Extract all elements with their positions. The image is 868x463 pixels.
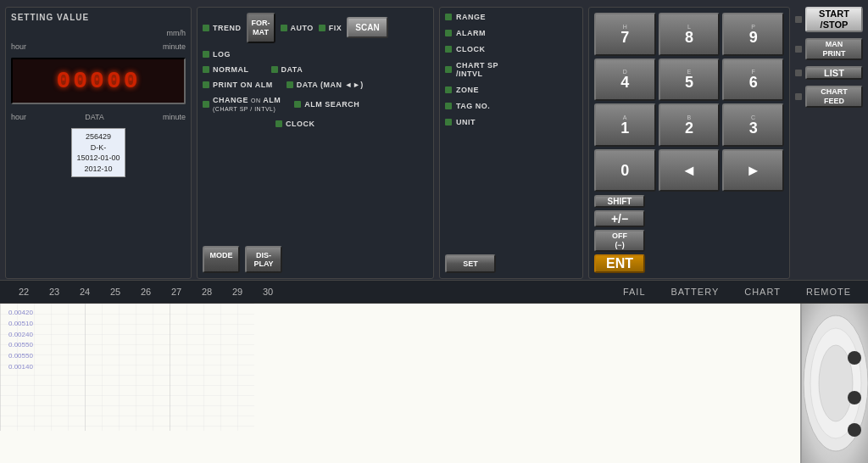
change-alm-led (203, 101, 209, 108)
bottom-minute: minute (163, 113, 186, 121)
chart-sp-label: CHART SP/INTVL (456, 61, 498, 78)
key-2[interactable]: B 2 (659, 103, 721, 147)
key-9[interactable]: P 9 (722, 13, 784, 56)
key-1[interactable]: A 1 (594, 103, 656, 147)
start-led (795, 16, 802, 23)
fix-btn[interactable]: FIX (319, 24, 342, 32)
print-alm-row: PRINT ON ALM DATA (MAN ◄►) (203, 81, 428, 89)
clock-btn[interactable]: CLOCK (275, 120, 315, 128)
minute-label: minute (163, 42, 186, 51)
sticker: 256429 D-K- 15012-01-00 2012-10 (71, 128, 125, 177)
sticker-line4: 2012-10 (76, 164, 120, 175)
numpad-section: H 7 L 8 P 9 D 4 E (588, 7, 790, 279)
print-alm-btn[interactable]: PRINT ON ALM (203, 81, 273, 89)
clock-indicator: CLOCK (445, 45, 577, 53)
data-man-btn[interactable]: DATA (MAN ◄►) (287, 81, 364, 89)
alm-search-btn[interactable]: ALM SEARCH (294, 100, 359, 109)
auto-label: AUTO (291, 24, 314, 32)
log-btn[interactable]: LOG (203, 50, 231, 59)
battery-label: BATTERY (671, 287, 720, 297)
scale-numbers: 22 23 24 25 26 27 28 29 30 (8, 287, 623, 297)
numpad-wrapper: H 7 L 8 P 9 D 4 E (594, 13, 784, 192)
normal-led (203, 66, 209, 73)
unit-indicator: UNIT (445, 118, 577, 126)
setting-value-title: SETTING VALUE (11, 13, 186, 22)
normal-btn[interactable]: NORMAL (203, 65, 249, 74)
off-key[interactable]: OFF(−) (594, 230, 645, 252)
unit-label: mm/h (167, 29, 186, 37)
chart-paper: 0.00420 0.00510 0.00240 0.00550 0.00550 … (0, 304, 800, 463)
format-btn[interactable]: FOR-MAT (247, 13, 275, 43)
zone-indicator: ZONE (445, 86, 577, 94)
main-panel: SETTING VALUE mm/h hour minute 00000 hou… (0, 0, 868, 288)
unit-label2: UNIT (456, 118, 476, 126)
start-stop-btn[interactable]: START/STOP (805, 7, 863, 32)
scale-30: 30 (253, 287, 283, 297)
display-screen: 00000 (11, 58, 186, 104)
key-7[interactable]: H 7 (594, 13, 656, 56)
display-btn[interactable]: DIS-PLAY (245, 246, 282, 273)
range-label: RANGE (456, 13, 486, 21)
data-label: DATA (85, 113, 104, 121)
unit-led (445, 119, 452, 126)
normal-label: NORMAL (213, 65, 249, 74)
range-indicator: RANGE (445, 13, 577, 21)
print-alm-label: PRINT ON ALM (213, 81, 273, 89)
data-man-label: DATA (MAN ◄►) (297, 81, 364, 89)
set-btn[interactable]: SET (445, 254, 496, 273)
log-row: LOG (203, 50, 428, 59)
list-row: LIST (795, 66, 863, 80)
hour-label: hour (11, 42, 26, 51)
trend-btn[interactable]: TREND (203, 24, 242, 32)
key-right-arrow[interactable]: ► (722, 149, 784, 192)
scale-23: 23 (39, 287, 70, 297)
chart-feed-btn[interactable]: CHARTFEED (805, 86, 863, 108)
key-0[interactable]: 0 (594, 149, 656, 192)
sticker-line2: D-K- (76, 142, 120, 153)
tag-no-indicator: TAG NO. (445, 102, 577, 110)
data-led (271, 66, 278, 73)
tag-no-label: TAG NO. (456, 102, 490, 110)
ent-key[interactable]: ENT (594, 254, 645, 273)
auto-btn[interactable]: AUTO (281, 24, 314, 32)
action-buttons: START/STOP MANPRINT LIST CHARTFEED (795, 7, 863, 279)
key-5[interactable]: E 5 (659, 59, 721, 102)
list-btn[interactable]: LIST (805, 66, 863, 80)
change-alm-btn[interactable]: CHANGE ON ALM (CHART SP / INTVL) (203, 96, 281, 113)
paper-roll (800, 304, 868, 463)
scan-btn[interactable]: SCAN (347, 17, 387, 38)
chart-svg (0, 304, 254, 431)
normal-row: NORMAL DATA (203, 65, 428, 74)
bottom-labels: hour DATA minute (11, 113, 186, 121)
numpad-row-2: D 4 E 5 F 6 (594, 59, 784, 102)
mode-display-row: MODE DIS-PLAY (203, 246, 428, 273)
bottom-hour: hour (11, 113, 26, 121)
key-6[interactable]: F 6 (722, 59, 784, 102)
key-4[interactable]: D 4 (594, 59, 656, 102)
roll-hole-3 (848, 423, 861, 437)
key-left-arrow[interactable]: ◄ (659, 149, 721, 192)
log-label: LOG (213, 50, 231, 59)
tag-no-led (445, 103, 452, 109)
indicators-section: RANGE ALARM CLOCK CHART SP/INTVL ZONE TA… (439, 7, 583, 279)
man-print-led (795, 46, 802, 53)
start-stop-row: START/STOP (795, 7, 863, 32)
status-bar: 22 23 24 25 26 27 28 29 30 FAIL BATTERY … (0, 280, 868, 304)
shift-key[interactable]: SHIFT (594, 195, 645, 208)
data-label2: DATA (281, 65, 303, 74)
key-3[interactable]: C 3 (722, 103, 784, 147)
man-print-btn[interactable]: MANPRINT (805, 38, 863, 60)
roll-svg (802, 304, 868, 463)
key-8[interactable]: L 8 (659, 13, 721, 56)
plus-minus-key[interactable]: +/− (594, 210, 645, 227)
mode-btn[interactable]: MODE (203, 246, 240, 273)
scale-24: 24 (70, 287, 100, 297)
status-indicators: FAIL BATTERY CHART REMOTE (623, 287, 860, 297)
scale-28: 28 (192, 287, 222, 297)
data-btn[interactable]: DATA (271, 65, 303, 74)
numpad-row-4: 0 ◄ ► (594, 149, 784, 192)
alarm-indicator: ALARM (445, 29, 577, 37)
sticker-line3: 15012-01-00 (76, 153, 120, 164)
chart-feed-row: CHARTFEED (795, 86, 863, 108)
fix-led (319, 25, 326, 31)
